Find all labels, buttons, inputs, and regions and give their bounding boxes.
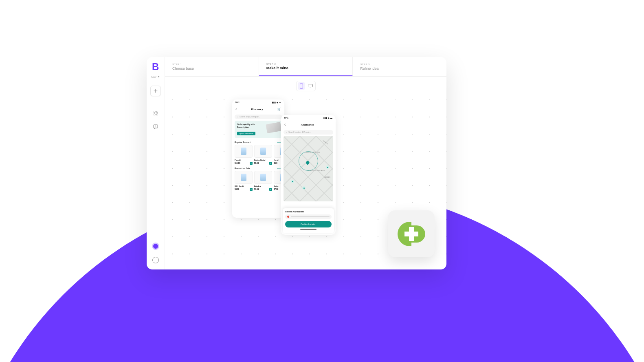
currency-selector[interactable]: GBP ▾ — [152, 75, 160, 78]
chevron-down-icon: ▾ — [158, 75, 160, 78]
cookie-button[interactable] — [150, 255, 161, 265]
mobile-icon — [300, 84, 303, 88]
map-marker — [302, 186, 306, 190]
theme-indicator — [152, 243, 159, 250]
sidebar: B GBP ▾ ? — [147, 57, 165, 269]
svg-rect-0 — [154, 111, 155, 113]
battery-icon: ▬ — [279, 101, 281, 104]
svg-rect-6 — [300, 84, 303, 88]
tab-label: Refine idea — [360, 66, 439, 71]
status-time: 9:41 — [235, 101, 240, 104]
address-field[interactable] — [285, 214, 332, 219]
product-price: $7.99 — [254, 162, 259, 164]
status-time: 9:41 — [284, 117, 288, 119]
product-name: Bodrex Herbal — [254, 159, 272, 161]
section-title: Popular Product — [235, 141, 251, 143]
search-input[interactable]: ⌕ Search drugs, category... — [235, 115, 282, 119]
grid-icon — [154, 111, 158, 115]
map-center-label: CENTER — [324, 177, 330, 178]
signal-icon: ▮▮▮ — [323, 117, 327, 119]
signal-icon: ▮▮▮ — [272, 101, 276, 104]
product-image — [235, 145, 253, 158]
pin-icon — [287, 215, 290, 218]
product-card[interactable]: Betadine $6.99+ — [254, 171, 272, 191]
svg-rect-1 — [156, 111, 158, 113]
address-placeholder — [291, 216, 330, 217]
map-marker — [326, 166, 329, 169]
map[interactable]: WESTERN ADDITION War Memorial Opera Hous… — [284, 136, 333, 201]
status-icons: ▮▮▮ ◈ ▬ — [323, 117, 332, 119]
product-price: $9.99 — [235, 188, 239, 190]
tab-label: Make it mine — [266, 66, 345, 70]
product-image — [254, 171, 272, 184]
phone-header: ‹ Pharmacy 🛒 — [232, 105, 284, 113]
product-price: $5.9 — [274, 162, 277, 164]
home-indicator — [300, 229, 317, 230]
search-placeholder: Search location, ZIP code... — [288, 131, 311, 133]
search-icon: ⌕ — [286, 131, 287, 133]
product-card[interactable]: Panadol $15.99+ — [235, 145, 253, 165]
screen-title: Ambulance — [286, 124, 329, 126]
mobile-view-button[interactable] — [298, 82, 305, 90]
tab-label: Choose base — [172, 66, 251, 71]
pills-image — [266, 122, 281, 133]
desktop-icon — [308, 84, 313, 88]
product-card[interactable]: OBH Combi $9.99+ — [235, 171, 253, 191]
grid-button[interactable] — [150, 108, 161, 118]
plus-icon — [154, 89, 158, 93]
product-card[interactable]: Bodrex Herbal $7.99+ — [254, 145, 272, 165]
app-window: B GBP ▾ ? STEP 1 Choose base STEP 2 Make… — [147, 57, 446, 269]
device-toggle — [296, 81, 316, 91]
desktop-view-button[interactable] — [307, 82, 314, 90]
popular-products-section: Popular Product See all Panadol $15.99+ … — [232, 140, 284, 166]
confirm-address-panel: Confirm your address Confirm Location — [283, 208, 334, 233]
status-bar: 9:41 ▮▮▮ ◈ ▬ — [281, 115, 336, 121]
phone-pharmacy[interactable]: 9:41 ▮▮▮ ◈ ▬ ‹ Pharmacy 🛒 ⌕ Search drugs… — [232, 99, 284, 218]
wifi-icon: ◈ — [328, 117, 330, 119]
svg-rect-7 — [308, 84, 312, 87]
product-price: $7.99 — [274, 188, 278, 190]
logo[interactable]: B — [152, 62, 159, 72]
add-to-cart-button[interactable]: + — [269, 162, 272, 165]
svg-text:?: ? — [155, 125, 156, 128]
sale-products-section: Product on Sale See all OBH Combi $9.99+… — [232, 166, 284, 192]
tab-step-label: STEP 1 — [172, 63, 251, 66]
add-to-cart-button[interactable]: + — [250, 162, 253, 165]
upload-prescription-button[interactable]: Upload Prescription — [237, 132, 255, 135]
confirm-title: Confirm your address — [285, 211, 332, 213]
confirm-location-button[interactable]: Confirm Location — [285, 221, 332, 227]
tab-choose-base[interactable]: STEP 1 Choose base — [165, 57, 259, 76]
section-title: Product on Sale — [235, 167, 250, 170]
phone-ambulance[interactable]: 9:41 ▮▮▮ ◈ ▬ ‹ Ambulance ⌕ Search locati… — [281, 115, 336, 235]
product-name: OBH Combi — [235, 185, 253, 187]
svg-rect-3 — [156, 114, 158, 115]
map-marker — [291, 180, 294, 183]
help-icon: ? — [153, 124, 158, 129]
tab-refine-idea[interactable]: STEP 3 Refine idea — [353, 57, 446, 76]
app-category-badge — [388, 210, 435, 257]
cookie-icon — [152, 257, 159, 263]
map-street-label: Market St — [322, 140, 328, 145]
tab-make-it-mine[interactable]: STEP 2 Make it mine — [259, 57, 353, 76]
screen-title: Pharmacy — [237, 108, 277, 110]
location-search-input[interactable]: ⌕ Search location, ZIP code... — [284, 130, 333, 135]
add-to-cart-button[interactable]: + — [250, 188, 253, 191]
product-image — [235, 171, 253, 184]
step-tabs: STEP 1 Choose base STEP 2 Make it mine S… — [165, 57, 446, 77]
prescription-banner[interactable]: Order quickly with Prescription Upload P… — [235, 121, 282, 138]
cart-icon[interactable]: 🛒 — [277, 108, 281, 111]
theme-button[interactable] — [150, 241, 161, 252]
phone-header: ‹ Ambulance — [281, 121, 336, 128]
help-button[interactable]: ? — [150, 121, 161, 132]
medical-cross-icon — [398, 222, 425, 246]
add-button[interactable] — [150, 86, 161, 96]
banner-title: Order quickly with Prescription — [237, 123, 262, 128]
add-to-cart-button[interactable]: + — [269, 188, 272, 191]
search-placeholder: Search drugs, category... — [240, 116, 260, 118]
search-icon: ⌕ — [237, 116, 238, 118]
product-image — [254, 145, 272, 158]
device-toolbar — [165, 77, 446, 95]
status-icons: ▮▮▮ ◈ ▬ — [272, 101, 281, 104]
product-name: Betadine — [254, 185, 272, 187]
currency-label: GBP — [152, 75, 158, 78]
